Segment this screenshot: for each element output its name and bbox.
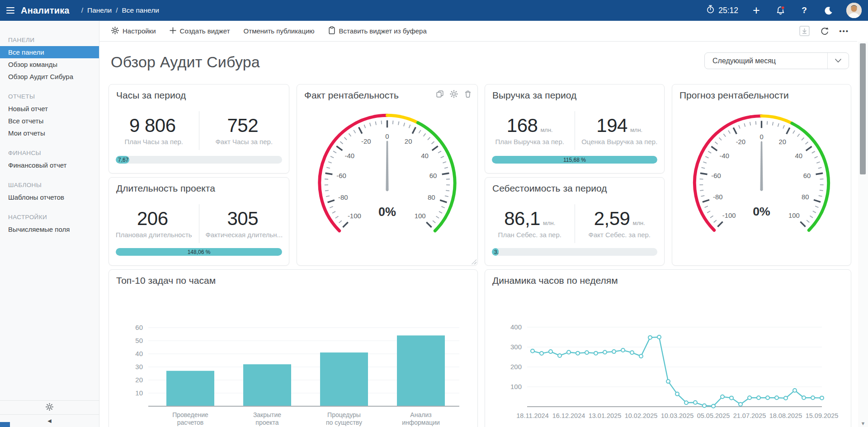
svg-text:40: 40 (135, 350, 143, 357)
svg-text:-40: -40 (345, 152, 355, 160)
kpi-label: Оценка Выручка за пер. (575, 138, 665, 145)
sidebar-item-0-1[interactable]: Обзор команды (0, 58, 99, 70)
sidebar-item-1-2[interactable]: Мои отчеты (0, 127, 99, 139)
sidebar-settings-button[interactable] (0, 401, 99, 414)
sidebar-item-0-0[interactable]: Все панели (0, 46, 99, 58)
scrollbar-thumb[interactable] (860, 43, 866, 174)
create-widget-button[interactable]: Создать виджет (170, 27, 230, 35)
sidebar-item-3-0[interactable]: Шаблоны отчетов (0, 191, 99, 203)
widget-actions (436, 90, 472, 98)
widget-settings-icon[interactable] (450, 90, 458, 98)
sidebar-section-title: ШАБЛОНЫ (0, 178, 99, 191)
period-selector-value: Следующий месяц (705, 57, 827, 65)
svg-text:100: 100 (415, 212, 426, 220)
widget-hours-dynamics-card[interactable]: Динамика часов по неделям 10020030040018… (485, 269, 851, 427)
svg-text:05.05.2025: 05.05.2025 (697, 412, 730, 419)
gauge-chart: -100-80-60-40-200204060801000% (672, 102, 851, 245)
sidebar-section-title: ПАНЕЛИ (0, 33, 99, 46)
sidebar-section-title: НАСТРОЙКИ (0, 211, 99, 223)
svg-text:20: 20 (135, 376, 143, 384)
svg-text:20: 20 (405, 137, 412, 145)
period-selector[interactable]: Следующий месяц (704, 52, 849, 69)
svg-text:20: 20 (778, 138, 786, 145)
settings-button[interactable]: Настройки (111, 27, 156, 36)
kpi-value: 752 (199, 116, 289, 136)
refresh-icon[interactable] (820, 26, 829, 36)
widget-title: Прогноз рентабельности (672, 84, 851, 101)
notifications-icon[interactable] (774, 5, 786, 16)
svg-text:Анализ: Анализ (410, 411, 431, 418)
svg-text:60: 60 (135, 324, 143, 331)
add-icon[interactable]: + (750, 5, 762, 16)
svg-text:13.01.2025: 13.01.2025 (589, 412, 622, 419)
widget-cost-card[interactable]: Себестоимость за период 86,1млн. План Се… (485, 177, 665, 266)
resize-handle[interactable] (471, 258, 476, 264)
vertical-scrollbar[interactable]: ▼ (858, 42, 868, 427)
kpi-value: 168млн. (485, 116, 575, 136)
sidebar-item-1-1[interactable]: Все отчеты (0, 115, 99, 127)
widget-title: Топ-10 задач по часам (109, 270, 477, 286)
svg-text:-80: -80 (713, 193, 722, 201)
svg-text:-100: -100 (348, 212, 361, 220)
sidebar-item-1-0[interactable]: Новый отчет (0, 103, 99, 115)
avatar[interactable] (846, 3, 862, 18)
collapse-left-icon: ◀ (47, 418, 51, 424)
progress-bar: 7,67 % (116, 156, 282, 164)
progress-bar: 115,68 % (492, 156, 657, 164)
svg-text:40: 40 (421, 152, 429, 160)
corner-indicator (0, 422, 10, 427)
widget-title: Выручка за период (485, 84, 664, 101)
sidebar-section-title: ФИНАНСЫ (0, 146, 99, 159)
svg-text:Процедуры: Процедуры (327, 411, 361, 418)
widget-top-tasks-card[interactable]: Топ-10 задач по часам 102030405060Провед… (108, 269, 478, 427)
svg-text:60: 60 (803, 172, 811, 179)
widget-title: Часы за период (109, 84, 289, 101)
sidebar-item-0-2[interactable]: Обзор Аудит Сибура (0, 70, 99, 83)
page-title: Обзор Аудит Сибура (111, 53, 260, 71)
unpublish-label: Отменить публикацию (244, 27, 315, 35)
svg-text:0%: 0% (378, 205, 396, 219)
svg-text:16.12.2024: 16.12.2024 (552, 412, 585, 419)
session-timer[interactable]: 25:12 (706, 5, 738, 16)
copy-widget-icon[interactable] (436, 90, 444, 98)
breadcrumb-panels[interactable]: Панели (87, 6, 112, 14)
help-icon[interactable]: ? (798, 5, 810, 16)
svg-text:расчетов: расчетов (177, 419, 204, 426)
kpi-value: 9 806 (109, 116, 199, 136)
sidebar-item-4-0[interactable]: Вычисляемые поля (0, 223, 99, 235)
widget-hours-card[interactable]: Часы за период 9 806 План Часы за пер. 7… (108, 84, 289, 174)
widget-duration-card[interactable]: Длительность проекта 206 Плановая длител… (108, 177, 289, 266)
sidebar-item-2-0[interactable]: Финансовый отчет (0, 159, 99, 171)
kpi-label: План Себес. за пер. (485, 231, 575, 239)
widget-forecast-profitability-card[interactable]: Прогноз рентабельности -100-80-60-40-200… (672, 84, 851, 266)
breadcrumb-separator: / (116, 6, 118, 14)
delete-widget-icon[interactable] (464, 90, 472, 98)
dark-mode-icon[interactable] (822, 5, 834, 16)
gauge-chart: -100-80-60-40-200204060801000% (297, 102, 477, 245)
svg-text:21.07.2025: 21.07.2025 (733, 412, 766, 419)
export-icon[interactable] (799, 26, 810, 36)
breadcrumb: / Панели / Все панели (81, 6, 159, 14)
scrollbar-down-icon[interactable]: ▼ (858, 421, 868, 426)
svg-text:0%: 0% (753, 205, 770, 218)
breadcrumb-all-panels[interactable]: Все панели (122, 6, 159, 14)
svg-text:-40: -40 (720, 152, 729, 160)
chevron-down-icon (827, 53, 849, 69)
menu-icon[interactable] (0, 0, 21, 21)
app-title: Аналитика (21, 5, 70, 16)
top-bar: Аналитика / Панели / Все панели 25:12 + … (0, 0, 868, 21)
sidebar-section-title: ОТЧЕТЫ (0, 90, 99, 103)
widget-revenue-card[interactable]: Выручка за период 168млн. План Выручка з… (485, 84, 665, 174)
widget-title: Себестоимость за период (485, 178, 664, 194)
sidebar-collapse-button[interactable]: ◀ (0, 414, 99, 427)
svg-text:18.11.2024: 18.11.2024 (516, 412, 549, 419)
kpi-value: 206 (109, 209, 199, 229)
svg-text:50: 50 (135, 337, 143, 344)
paste-widget-button[interactable]: Вставить виджет из буфера (328, 26, 427, 36)
kpi-label: План Часы за пер. (109, 138, 199, 145)
widget-fact-profitability-card[interactable]: Факт рентабельность -100-80-60-40-200204… (297, 84, 478, 266)
kpi-value: 86,1млн. (485, 209, 575, 229)
unpublish-button[interactable]: Отменить публикацию (244, 27, 315, 35)
more-options-icon[interactable]: ••• (839, 27, 849, 35)
svg-text:10.03.2025: 10.03.2025 (661, 412, 694, 419)
